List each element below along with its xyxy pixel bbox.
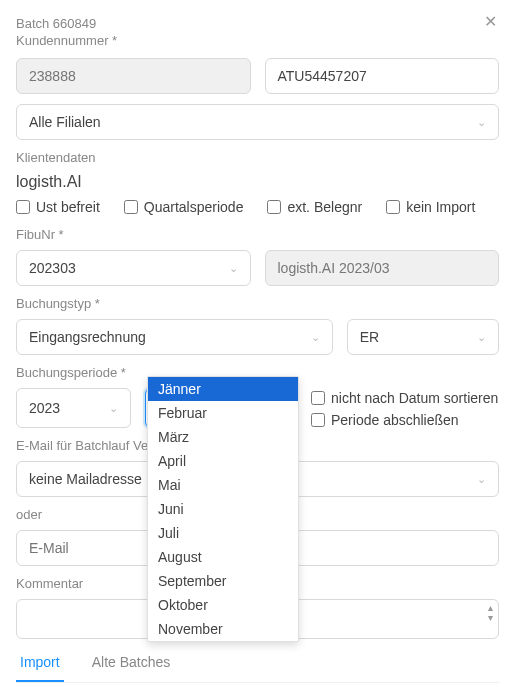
chevron-down-icon: ⌄ bbox=[477, 473, 486, 486]
buchungstyp-label: Buchungstyp * bbox=[16, 296, 499, 311]
year-value: 2023 bbox=[29, 400, 60, 416]
kundennummer-input: 238888 bbox=[16, 58, 251, 94]
month-option[interactable]: März bbox=[148, 425, 298, 449]
month-option[interactable]: Oktober bbox=[148, 593, 298, 617]
tab-alte-batches[interactable]: Alte Batches bbox=[88, 648, 175, 682]
check-ext-belegnr[interactable]: ext. Belegnr bbox=[267, 199, 362, 215]
klientendaten-value: logisth.AI bbox=[16, 173, 499, 191]
filiale-select[interactable]: Alle Filialen ⌄ bbox=[16, 104, 499, 140]
email-select-value: keine Mailadresse bbox=[29, 471, 142, 487]
close-icon[interactable]: ✕ bbox=[484, 14, 497, 30]
month-dropdown: JännerFebruarMärzAprilMaiJuniJuliAugustS… bbox=[147, 376, 299, 642]
month-option[interactable]: April bbox=[148, 449, 298, 473]
fibunr-select[interactable]: 202303 ⌄ bbox=[16, 250, 251, 286]
year-select[interactable]: 2023 ⌄ bbox=[16, 388, 131, 428]
uid-input[interactable]: ATU54457207 bbox=[265, 58, 500, 94]
month-option[interactable]: Mai bbox=[148, 473, 298, 497]
batch-header: Batch 660849 bbox=[16, 16, 499, 33]
tab-import[interactable]: Import bbox=[16, 648, 64, 682]
month-option[interactable]: Februar bbox=[148, 401, 298, 425]
check-quartalsperiode[interactable]: Quartalsperiode bbox=[124, 199, 244, 215]
scroll-icon: ▴▾ bbox=[488, 603, 493, 623]
buchungstyp-code-select[interactable]: ER ⌄ bbox=[347, 319, 499, 355]
check-kein-import[interactable]: kein Import bbox=[386, 199, 475, 215]
chevron-down-icon: ⌄ bbox=[477, 116, 486, 129]
buchungstyp-select[interactable]: Eingangsrechnung ⌄ bbox=[16, 319, 333, 355]
chevron-down-icon: ⌄ bbox=[109, 402, 118, 415]
fibunr-label: FibuNr * bbox=[16, 227, 499, 242]
check-periode-abschliessen[interactable]: Periode abschließen bbox=[311, 412, 499, 428]
chevron-down-icon: ⌄ bbox=[311, 331, 320, 344]
chevron-down-icon: ⌄ bbox=[229, 262, 238, 275]
filiale-value: Alle Filialen bbox=[29, 114, 101, 130]
month-option[interactable]: Juni bbox=[148, 497, 298, 521]
month-option[interactable]: November bbox=[148, 617, 298, 641]
buchungstyp-value: Eingangsrechnung bbox=[29, 329, 146, 345]
kundennummer-label: Kundennummer * bbox=[16, 33, 499, 58]
month-option[interactable]: September bbox=[148, 569, 298, 593]
klientendaten-label: Klientendaten bbox=[16, 150, 499, 165]
check-nicht-sortieren[interactable]: nicht nach Datum sortieren bbox=[311, 390, 499, 406]
chevron-down-icon: ⌄ bbox=[477, 331, 486, 344]
check-ust-befreit[interactable]: Ust befreit bbox=[16, 199, 100, 215]
month-option[interactable]: Jänner bbox=[148, 377, 298, 401]
month-option[interactable]: Juli bbox=[148, 521, 298, 545]
fibuname-display: logisth.AI 2023/03 bbox=[265, 250, 500, 286]
fibunr-value: 202303 bbox=[29, 260, 76, 276]
month-option[interactable]: August bbox=[148, 545, 298, 569]
buchungstyp-code-value: ER bbox=[360, 329, 379, 345]
